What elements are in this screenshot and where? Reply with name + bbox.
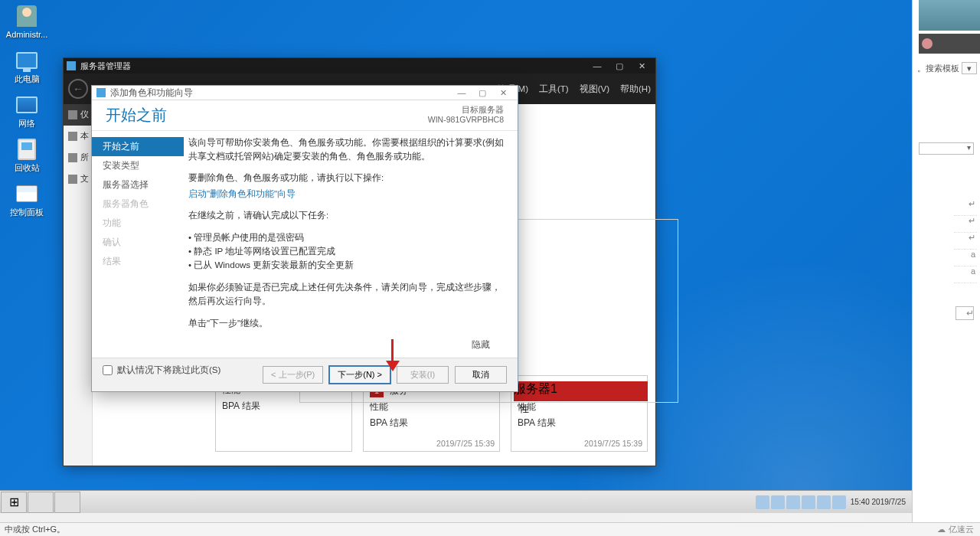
taskbar-app[interactable] — [28, 492, 54, 513]
tile-timestamp: 2019/7/25 15:39 — [584, 439, 642, 448]
menu-help[interactable]: 帮助(H) — [620, 83, 651, 95]
thumbnail — [919, 0, 980, 31]
menu-view[interactable]: 视图(V) — [580, 83, 609, 95]
step-features: 功能 — [92, 214, 184, 233]
wizard-text: 该向导可帮助你安装角色、角色服务或功能。你需要根据组织的计算要求(例如共享文档或… — [188, 136, 504, 164]
wizard-titlebar[interactable]: 添加角色和功能向导 — ▢ ✕ — [92, 86, 518, 100]
wizard-text: 要删除角色、角色服务或功能，请执行以下操作: — [188, 171, 504, 185]
step-before-begin[interactable]: 开始之前 — [92, 137, 184, 156]
sm-sidebar: 仪 本 所 文 — [64, 104, 93, 466]
search-templates: 。搜索模板 ▾ — [917, 63, 977, 74]
desktop-icons: Administr... 此电脑 网络 回收站 控制面板 — [4, 2, 50, 218]
list-item: ↵ — [954, 199, 977, 216]
list-item: ↵ — [954, 216, 977, 233]
icon-label: 回收站 — [15, 163, 40, 172]
app-icon — [67, 61, 76, 70]
back-button[interactable]: ← — [68, 79, 88, 99]
right-panel: 。搜索模板 ▾ ↵ ↵ ↵ a a ↵ — [912, 0, 980, 522]
taskbar[interactable]: ⊞ 15:40 2019/7/25 — [0, 490, 912, 513]
tray-icon[interactable] — [771, 495, 785, 509]
arrow-icon: ↵ — [966, 308, 977, 319]
checkbox-label: 默认情况下将跳过此页(S) — [117, 364, 220, 376]
wizard-text: 单击"下一步"继续。 — [188, 316, 504, 330]
skip-checkbox-input[interactable] — [103, 365, 113, 375]
wizard-steps: 开始之前 安装类型 服务器选择 服务器角色 功能 确认 结果 — [92, 131, 184, 358]
tray-icon[interactable] — [817, 495, 831, 509]
wizard-title: 添加角色和功能向导 — [110, 87, 193, 99]
step-server-select[interactable]: 服务器选择 — [92, 175, 184, 194]
user-badge[interactable] — [919, 34, 980, 54]
desktop-icon-control[interactable]: 控制面板 — [4, 180, 50, 218]
brand-watermark: ☁ 亿速云 — [937, 524, 974, 535]
icon-label: 此电脑 — [15, 74, 40, 83]
taskbar-clock[interactable]: 15:40 2019/7/25 — [848, 498, 909, 506]
list-item: a — [954, 266, 977, 283]
dropdown[interactable] — [919, 142, 974, 155]
taskbar-app[interactable] — [54, 492, 80, 513]
tile-row: BPA 结果 — [518, 415, 641, 431]
checklist-item: 已从 Windows 更新安装最新的安全更新 — [188, 258, 504, 272]
wizard-footer: 默认情况下将跳过此页(S) < 上一步(P) 下一步(N) > 安装(I) 取消 — [92, 358, 518, 391]
server-icon — [68, 132, 77, 141]
list-item: a — [954, 250, 977, 266]
close-button[interactable]: ✕ — [631, 59, 652, 73]
minimize-button[interactable]: — — [586, 59, 608, 73]
sidebar-item[interactable]: 文 — [64, 168, 92, 190]
icon-label: 控制面板 — [10, 208, 44, 217]
step-install-type[interactable]: 安装类型 — [92, 156, 184, 175]
file-icon — [68, 175, 77, 184]
sidebar-item[interactable]: 仪 — [64, 104, 92, 126]
tray-icon[interactable] — [756, 495, 769, 509]
sm-titlebar[interactable]: 服务器管理器 — ▢ ✕ — [64, 58, 655, 74]
desktop-icon-admin[interactable]: Administr... — [4, 2, 50, 41]
annotation-arrow — [386, 339, 400, 371]
wizard-destination: 目标服务器 WIN-981GVRPBHC8 — [428, 105, 504, 126]
next-button[interactable]: 下一步(N) > — [329, 366, 390, 384]
tile-sub: 性 — [514, 401, 648, 417]
pc-icon — [16, 52, 38, 69]
dropdown-icon[interactable]: ▾ — [962, 62, 977, 74]
window-title: 服务器管理器 — [80, 60, 131, 72]
tile-timestamp: 2019/7/25 15:39 — [436, 439, 495, 448]
wizard-heading: 开始之前 — [106, 105, 167, 126]
desktop-icon-recycle[interactable]: 回收站 — [4, 136, 50, 174]
tile-row: BPA 结果 — [370, 415, 493, 431]
tray-icon[interactable] — [832, 495, 846, 509]
maximize-button[interactable]: ▢ — [472, 86, 492, 100]
step-confirm: 确认 — [92, 233, 184, 252]
network-icon — [16, 96, 38, 113]
sidebar-item[interactable]: 所 — [64, 147, 92, 168]
skip-checkbox[interactable]: 默认情况下将跳过此页(S) — [103, 364, 220, 376]
control-panel-icon — [16, 185, 38, 202]
status-text: 中或按 Ctrl+G。 — [5, 524, 65, 535]
wizard-text: 在继续之前，请确认完成以下任务: — [188, 208, 504, 222]
user-icon — [17, 5, 37, 27]
start-button[interactable]: ⊞ — [1, 492, 27, 513]
tray-icon[interactable] — [802, 495, 815, 509]
list-item: ↵ — [954, 233, 977, 250]
tray-icon[interactable] — [786, 495, 800, 509]
desktop-icon-thispc[interactable]: 此电脑 — [4, 47, 50, 85]
wizard-content: 该向导可帮助你安装角色、角色服务或功能。你需要根据组织的计算要求(例如共享文档或… — [184, 131, 518, 358]
icon-label: 网络 — [18, 119, 35, 128]
servers-icon — [68, 153, 77, 162]
minimize-button[interactable]: — — [452, 86, 472, 100]
icon-label: Administr... — [6, 30, 47, 39]
right-list: ↵ ↵ ↵ a a — [954, 199, 977, 283]
close-button[interactable]: ✕ — [493, 86, 513, 100]
maximize-button[interactable]: ▢ — [609, 59, 630, 73]
menu-tools[interactable]: 工具(T) — [539, 83, 569, 95]
wizard-text: 如果你必须验证是否已完成上述任何先决条件，请关闭向导，完成这些步骤，然后再次运行… — [188, 280, 504, 309]
recycle-icon — [18, 139, 36, 160]
system-tray: 15:40 2019/7/25 — [756, 495, 912, 509]
add-roles-wizard: 添加角色和功能向导 — ▢ ✕ 开始之前 目标服务器 WIN-981GVRPBH… — [91, 85, 518, 392]
sidebar-item[interactable]: 本 — [64, 126, 92, 147]
cancel-button[interactable]: 取消 — [455, 366, 507, 384]
checklist-item: 静态 IP 地址等网络设置已配置完成 — [188, 244, 504, 258]
sm-menu: 管理(M) 工具(T) 视图(V) 帮助(H) — [497, 83, 651, 95]
remove-roles-link[interactable]: 启动"删除角色和功能"向导 — [188, 189, 296, 198]
step-results: 结果 — [92, 252, 184, 271]
checklist-item: 管理员帐户使用的是强密码 — [188, 230, 504, 244]
hide-link[interactable]: 隐藏 — [188, 338, 504, 351]
desktop-icon-network[interactable]: 网络 — [4, 91, 50, 129]
